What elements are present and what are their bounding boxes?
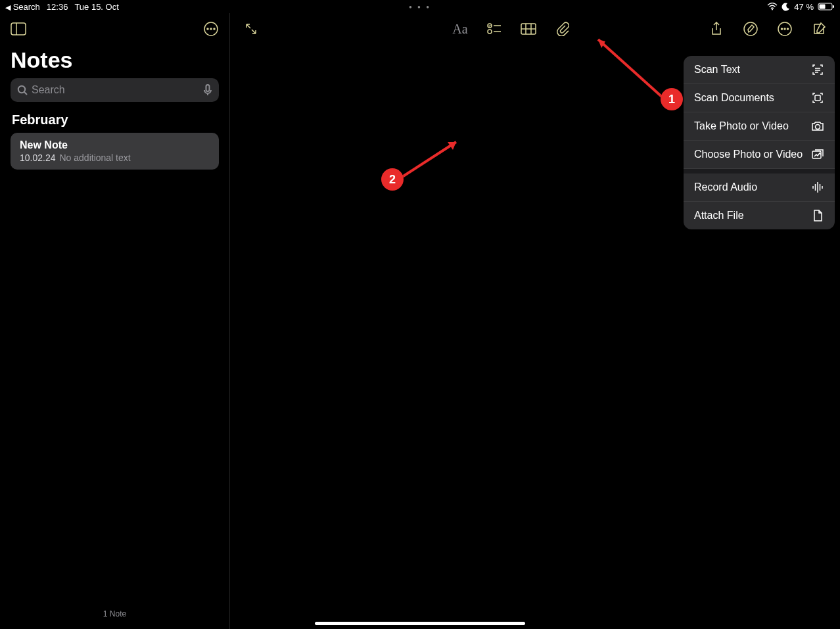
main-toolbar: Aa xyxy=(230,13,840,45)
sidebar-more-button[interactable] xyxy=(203,21,219,37)
menu-label: Attach File xyxy=(694,210,744,221)
attachment-button[interactable] xyxy=(555,21,571,37)
menu-label: Record Audio xyxy=(694,181,757,193)
attachment-menu: Scan Text Scan Documents Take Photo or V… xyxy=(684,56,835,229)
moon-icon xyxy=(782,3,790,11)
sidebar-title: Notes xyxy=(0,45,229,78)
home-indicator[interactable] xyxy=(315,622,525,625)
photo-library-icon xyxy=(811,148,824,161)
markup-button[interactable] xyxy=(743,21,758,37)
menu-label: Choose Photo or Video xyxy=(694,149,803,160)
table-button[interactable] xyxy=(521,21,536,37)
expand-button[interactable] xyxy=(243,21,259,37)
svg-rect-12 xyxy=(206,85,210,91)
svg-rect-2 xyxy=(820,5,826,9)
battery-icon xyxy=(818,3,835,11)
annotation-callout-2: 2 xyxy=(381,168,404,191)
search-input[interactable] xyxy=(32,84,199,96)
svg-line-34 xyxy=(598,39,664,99)
svg-point-27 xyxy=(816,125,820,129)
svg-point-10 xyxy=(18,86,25,93)
mic-icon[interactable] xyxy=(203,84,212,96)
menu-choose-photo[interactable]: Choose Photo or Video xyxy=(684,141,835,169)
scan-text-icon xyxy=(811,63,824,76)
svg-point-23 xyxy=(782,28,783,30)
multitask-dots[interactable]: ● ● ● xyxy=(409,4,431,10)
menu-scan-documents[interactable]: Scan Documents xyxy=(684,84,835,112)
file-icon xyxy=(811,209,824,222)
menu-record-audio[interactable]: Record Audio xyxy=(684,174,835,202)
svg-rect-3 xyxy=(833,5,834,8)
audio-wave-icon xyxy=(811,181,824,194)
more-button[interactable] xyxy=(777,21,793,37)
checklist-button[interactable] xyxy=(486,21,502,37)
menu-take-photo[interactable]: Take Photo or Video xyxy=(684,112,835,141)
sidebar: Notes February New Note 10.02.24No addit… xyxy=(0,13,230,629)
svg-point-25 xyxy=(787,28,789,30)
svg-point-7 xyxy=(207,28,208,30)
menu-label: Scan Text xyxy=(694,64,740,76)
svg-rect-4 xyxy=(11,23,26,35)
svg-line-11 xyxy=(24,92,27,95)
annotation-arrow-2 xyxy=(397,135,463,181)
wifi-icon xyxy=(767,3,778,11)
main-editor: Aa Scan Text Scan Documents xyxy=(230,13,840,629)
svg-rect-26 xyxy=(815,95,820,101)
text-format-button[interactable]: Aa xyxy=(452,21,468,37)
note-list-item[interactable]: New Note 10.02.24No additional text xyxy=(11,133,219,170)
camera-icon xyxy=(811,120,824,133)
compose-button[interactable] xyxy=(811,21,827,37)
note-meta: 10.02.24No additional text xyxy=(20,152,210,163)
search-field[interactable] xyxy=(11,78,219,102)
svg-point-24 xyxy=(784,28,785,30)
svg-point-15 xyxy=(488,30,492,34)
status-date: Tue 15. Oct xyxy=(74,2,118,12)
menu-label: Scan Documents xyxy=(694,92,774,104)
menu-scan-text[interactable]: Scan Text xyxy=(684,56,835,84)
annotation-callout-1: 1 xyxy=(661,88,683,110)
scan-doc-icon xyxy=(811,91,824,105)
menu-label: Take Photo or Video xyxy=(694,120,789,132)
share-button[interactable] xyxy=(709,21,724,37)
svg-point-0 xyxy=(772,9,773,11)
sidebar-toggle-button[interactable] xyxy=(11,21,26,37)
battery-percent: 47 % xyxy=(794,2,814,12)
svg-point-8 xyxy=(210,28,212,30)
search-icon xyxy=(17,85,28,95)
section-header: February xyxy=(0,112,229,133)
svg-line-36 xyxy=(400,142,456,178)
back-to-search[interactable]: ◀ Search xyxy=(5,2,40,12)
menu-attach-file[interactable]: Attach File xyxy=(684,202,835,229)
svg-point-21 xyxy=(744,22,757,35)
note-title: New Note xyxy=(20,139,210,151)
sidebar-footer: 1 Note xyxy=(0,599,229,629)
status-time: 12:36 xyxy=(47,2,68,12)
svg-point-9 xyxy=(214,28,215,30)
